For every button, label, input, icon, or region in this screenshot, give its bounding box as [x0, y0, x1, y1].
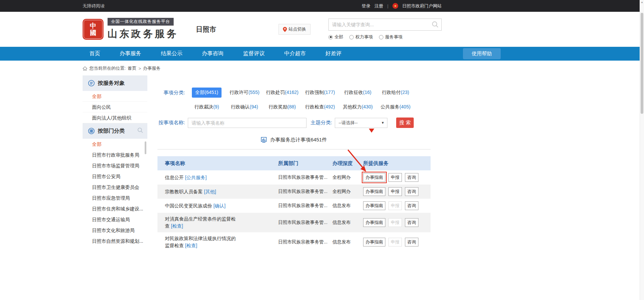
list-circle-icon [88, 80, 95, 87]
table-row: 对清真食品生产经营条件的监督检查[检查] 日照市民族宗教事务管... 信息发布 … [157, 213, 431, 232]
tag-link[interactable]: [检查] [185, 243, 197, 248]
consult-button[interactable]: 咨询 [405, 238, 418, 246]
filter-punishment[interactable]: 行政处罚(4162) [263, 88, 302, 98]
filter-category-label: 事项分类: [157, 90, 188, 96]
tag-link[interactable]: [公共服务] [185, 175, 207, 180]
table-row: 信息公开[公共服务] 日照市民族宗教事务管... 全程网办 办事指南 申报 咨询 [157, 170, 431, 185]
nav-services[interactable]: 办事服务 [120, 50, 141, 57]
breadcrumb-separator: > [139, 66, 141, 71]
items-table: 事项名称 所属部门 办理深度 所提供服务 信息公开[公共服务] 日照市民族宗教事… [157, 156, 431, 252]
tag-link[interactable]: [其他] [204, 189, 216, 194]
breadcrumb-prefix: 您当前所在的位置: [89, 65, 126, 71]
sidebar-item-citizens[interactable]: 面向公民 [83, 102, 147, 112]
keyword-search-input[interactable] [328, 19, 442, 31]
guide-button[interactable]: 办事指南 [363, 238, 385, 246]
guide-button[interactable]: 办事指南 [363, 218, 385, 227]
radio-service-icon[interactable] [379, 35, 383, 39]
scope-option-power[interactable]: 权力事项 [349, 34, 373, 40]
department-item[interactable]: 日照市公安局 [83, 171, 147, 182]
sidebar-item-legal-persons[interactable]: 面向法人/其他组织 [83, 112, 147, 123]
guide-button[interactable]: 办事指南 [363, 187, 385, 196]
site-switch-button[interactable]: 站点切换 [279, 24, 311, 35]
portal-link[interactable]: 日照市政府门户网站 [402, 3, 442, 9]
filter-collection[interactable]: 行政征收(16) [341, 88, 375, 98]
filter-inspection[interactable]: 行政检查(492) [302, 102, 339, 112]
filter-payment[interactable]: 行政给付(23) [379, 88, 413, 98]
department-item-all[interactable]: 全部 [83, 139, 147, 149]
department-item[interactable]: 日照市文化和旅游局 [83, 225, 147, 236]
scrollbar-up-icon[interactable]: ▲ [640, 1, 644, 4]
department-item[interactable]: 日照市市场监督管理局 [83, 160, 147, 171]
tag-link[interactable]: [检查] [171, 223, 183, 229]
search-button[interactable]: 搜 索 [396, 118, 414, 128]
filter-licensing[interactable]: 行政许可(555) [226, 88, 263, 98]
filter-all[interactable]: 全部(6451) [192, 88, 222, 98]
filter-other-power[interactable]: 其他权力(430) [340, 102, 376, 112]
sidebar: 按服务对象 全部 面向公民 面向法人/其他组织 按部门分类 全部 日照市行政审批… [83, 75, 147, 246]
breadcrumb-current: 办事服务 [143, 65, 160, 71]
nav-results[interactable]: 结果公示 [161, 50, 182, 57]
page-scrollbar[interactable]: ▲ [640, 0, 644, 300]
consult-button[interactable]: 咨询 [405, 201, 418, 210]
declare-button[interactable]: 申报 [388, 187, 402, 196]
guide-button[interactable]: 办事指南 [363, 201, 385, 210]
home-icon [83, 66, 87, 71]
help-button[interactable]: 使用帮助 [463, 48, 501, 59]
tag-link[interactable]: [确认] [213, 203, 226, 208]
filter-public-service[interactable]: 公共服务(405) [377, 102, 414, 112]
top-utility-bar: 无障碍阅读 登录 注册 | ★ 日照市政府门户网站 [0, 0, 644, 12]
scrollbar-thumb[interactable] [641, 13, 643, 114]
summary-text: 办事服务总计事项6451件 [270, 137, 327, 143]
department-list-scrollbar[interactable] [145, 141, 146, 154]
consult-button[interactable]: 咨询 [405, 173, 418, 182]
department-item[interactable]: 日照市应急管理局 [83, 193, 147, 203]
department-item[interactable]: 日照市行政审批服务局 [83, 149, 147, 160]
department-item[interactable]: 日照市交通运输局 [83, 214, 147, 225]
filter-adjudication[interactable]: 行政裁决(9) [191, 102, 222, 112]
consult-button[interactable]: 咨询 [405, 218, 418, 227]
site-logo: 中 國 全国一体化在线政务服务平台 山东政务服务 [83, 18, 178, 41]
filter-confirmation[interactable]: 行政确认(94) [228, 102, 262, 112]
scope-option-all[interactable]: 全部 [328, 34, 343, 40]
radio-power-icon[interactable] [349, 35, 354, 39]
scope-option-service[interactable]: 服务事项 [379, 34, 403, 40]
filter-row-1: 全部(6451) 行政许可(555) 行政处罚(4162) 行政强制(177) … [188, 88, 414, 98]
department-header: 按部门分类 [83, 123, 147, 139]
location-pin-icon [283, 27, 287, 32]
item-name-input[interactable] [188, 118, 306, 128]
register-link[interactable]: 注册 [375, 3, 383, 9]
filter-reward[interactable]: 行政奖励(88) [265, 102, 299, 112]
col-item-name: 事项名称 [157, 160, 275, 167]
declare-button[interactable]: 申报 [388, 173, 402, 182]
nav-rating[interactable]: 好差评 [325, 50, 342, 57]
nav-home[interactable]: 首页 [89, 50, 100, 57]
col-depth: 办理深度 [331, 160, 361, 167]
filter-row-2: 行政裁决(9) 行政确认(94) 行政奖励(88) 行政检查(492) 其他权力… [188, 102, 414, 112]
department-item[interactable]: 日照市住房和城乡建设... [83, 203, 147, 214]
filter-coercion[interactable]: 行政强制(177) [302, 88, 339, 98]
city-name: 日照市 [196, 25, 216, 34]
nav-consult[interactable]: 办事咨询 [202, 50, 224, 57]
guide-button[interactable]: 办事指南 [363, 173, 385, 182]
nav-supervision[interactable]: 监督评议 [243, 50, 265, 57]
consult-button[interactable]: 咨询 [405, 187, 418, 196]
search-icon[interactable] [432, 21, 439, 30]
platform-badge: 全国一体化在线政务服务平台 [108, 18, 174, 26]
national-emblem-icon: ★ [392, 3, 398, 9]
login-link[interactable]: 登录 [362, 3, 371, 9]
department-search-icon[interactable] [137, 127, 143, 135]
breadcrumb-home[interactable]: 首页 [128, 65, 137, 71]
declare-button-disabled: 申报 [388, 201, 402, 210]
divider-line [157, 149, 431, 149]
sidebar-item-all-objects[interactable]: 全部 [83, 91, 147, 102]
accessibility-link[interactable]: 无障碍阅读 [83, 3, 105, 9]
topic-select[interactable]: --请选择-- ▼ [335, 118, 387, 128]
department-item[interactable]: 日照市自然资源和规划... [83, 236, 147, 246]
item-name-label: 按事项名称: [157, 120, 188, 126]
department-item[interactable]: 日照市卫生健康委员会 [83, 182, 147, 193]
nav-intermediary[interactable]: 中介超市 [284, 50, 306, 57]
table-row: 对民族政策和法律法规执行情况的监督检查[检查] 日照市民族宗教事务管... 信息… [157, 232, 431, 252]
radio-all-icon[interactable] [328, 35, 333, 39]
table-header-row: 事项名称 所属部门 办理深度 所提供服务 [157, 156, 431, 170]
main-nav: 首页 办事服务 结果公示 办事咨询 监督评议 中介超市 好差评 使用帮助 [0, 47, 644, 61]
